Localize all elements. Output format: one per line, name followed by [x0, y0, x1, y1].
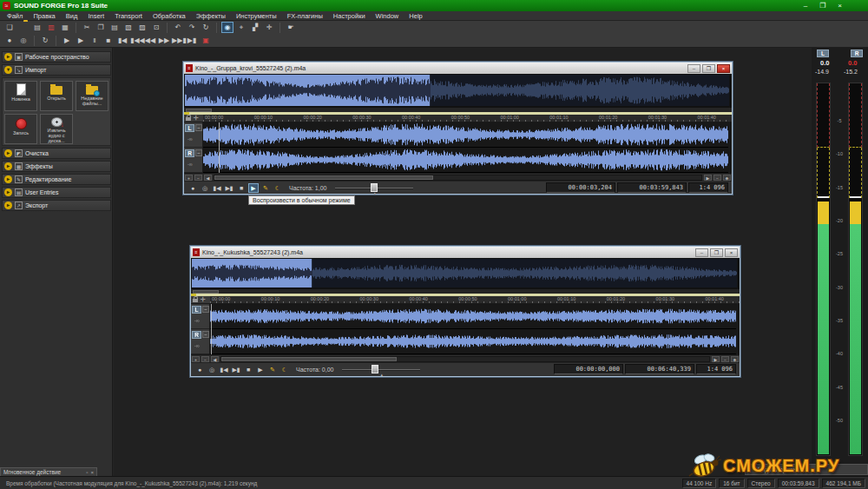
doc-minimize-button[interactable]: –: [695, 248, 708, 257]
menu-view[interactable]: Вид: [61, 11, 83, 21]
monitor-icon[interactable]: ◎: [17, 35, 30, 46]
paste-special-icon[interactable]: ▨: [136, 22, 148, 33]
collapse-channel-button[interactable]: −: [195, 124, 202, 131]
rewind-icon[interactable]: ◀◀: [144, 35, 156, 46]
lock-icon[interactable]: [186, 117, 191, 121]
doc-restore-button[interactable]: ❐: [710, 248, 723, 257]
menu-edit[interactable]: Правка: [28, 11, 60, 21]
cursor-position-readout[interactable]: 00:00:03,204: [546, 182, 615, 193]
left-channel-button[interactable]: L: [185, 124, 194, 132]
sidebar-section-export[interactable]: ▸ ↗ Экспорт: [2, 200, 111, 211]
doc2-right-waveform[interactable]: [210, 329, 736, 354]
previous-marker-icon[interactable]: ▮◀◀: [130, 35, 142, 46]
collapse-channel-button[interactable]: −: [195, 149, 202, 156]
record-icon[interactable]: ●: [3, 35, 16, 46]
go-to-start-icon[interactable]: ▮◀: [219, 365, 229, 374]
doc1-right-waveform[interactable]: [203, 148, 728, 173]
right-channel-button[interactable]: R: [192, 331, 201, 339]
go-to-end-icon[interactable]: ▶▮: [224, 183, 234, 193]
record-icon[interactable]: ●: [194, 365, 205, 374]
scroll-right-button[interactable]: ▶: [712, 356, 720, 362]
sidebar-section-workspace[interactable]: ▸ ▣ Рабочее пространство: [2, 51, 111, 63]
scroll-thumb[interactable]: [221, 357, 397, 361]
loop-playback-icon[interactable]: ↻: [39, 35, 51, 46]
doc1-waveforms[interactable]: [203, 122, 732, 173]
menu-process[interactable]: Обработка: [148, 11, 191, 21]
pause-icon[interactable]: ‖: [89, 35, 101, 46]
doc-close-button[interactable]: ×: [717, 64, 730, 73]
save-all-icon[interactable]: ▦: [59, 22, 71, 33]
menu-help[interactable]: Help: [404, 11, 427, 21]
doc2-left-waveform[interactable]: [210, 304, 736, 329]
play-all-icon[interactable]: ▶: [61, 35, 73, 46]
rate-slider[interactable]: ▴: [342, 365, 420, 374]
loop-icon[interactable]: ◎: [207, 365, 217, 374]
zoom-ratio-readout[interactable]: 1:4 096: [696, 364, 736, 374]
zoom-in-button[interactable]: +: [185, 175, 193, 181]
import-item-record[interactable]: Запись: [4, 114, 37, 144]
doc1-title-bar[interactable]: ≡ Kino_-_Gruppa_krovi_55527245 (2).m4a –…: [184, 63, 732, 74]
doc2-overview-waveform[interactable]: [191, 258, 740, 288]
minimize-button[interactable]: –: [804, 0, 807, 11]
menu-transport[interactable]: Transport: [109, 11, 148, 21]
doc-length-field[interactable]: 00:03:59,843: [778, 479, 819, 488]
undo-icon[interactable]: ↶: [172, 22, 184, 33]
clip-value-right[interactable]: 0.0: [848, 59, 857, 67]
scroll-left-button[interactable]: ◀: [204, 175, 212, 181]
loop-icon[interactable]: ◎: [200, 183, 210, 193]
spectrum-tool-icon[interactable]: ▞: [249, 22, 261, 33]
zoom-ratio-readout[interactable]: 1:4 096: [688, 182, 728, 193]
import-item-open[interactable]: Открыть: [40, 81, 73, 111]
move-icon[interactable]: ✛: [201, 296, 206, 303]
doc-close-button[interactable]: ×: [725, 248, 738, 257]
menu-window[interactable]: Window: [371, 11, 404, 21]
scroll-thumb[interactable]: [214, 175, 433, 180]
menu-effects[interactable]: Эффекты: [191, 11, 231, 21]
zoom-out-button[interactable]: −: [721, 356, 729, 362]
bit-depth-field[interactable]: 16 бит: [719, 479, 744, 488]
scroll-right-button[interactable]: ▶: [704, 175, 712, 181]
slider-thumb[interactable]: [372, 365, 378, 373]
doc1-overview-waveform[interactable]: [184, 74, 732, 107]
right-channel-button[interactable]: R: [185, 149, 194, 157]
save-as-icon[interactable]: ▥: [45, 22, 57, 33]
cursor-position-readout[interactable]: 00:00:00,000: [554, 364, 623, 374]
special-mode-icon[interactable]: ▣: [200, 35, 212, 46]
hand-tool-icon[interactable]: ☛: [285, 22, 297, 33]
save-icon[interactable]: ▤: [31, 22, 43, 33]
free-space-field[interactable]: 462 194,1 МБ: [822, 479, 865, 488]
stop-icon[interactable]: ■: [102, 35, 115, 46]
cut-icon[interactable]: ✂: [81, 22, 93, 33]
scroll-track[interactable]: [220, 356, 710, 362]
doc-minimize-button[interactable]: –: [687, 64, 700, 73]
trim-icon[interactable]: ⊡: [150, 22, 162, 33]
menu-fx-plugins[interactable]: FX-плагины: [282, 11, 328, 21]
zoom-fit-button[interactable]: ◈: [723, 175, 731, 181]
rate-slider[interactable]: ▴: [335, 183, 413, 193]
lock-icon[interactable]: [193, 299, 198, 302]
stop-icon[interactable]: ■: [243, 365, 253, 374]
import-item-extract-cd[interactable]: Извлечь аудио с диска...: [40, 114, 73, 144]
stop-icon[interactable]: ■: [236, 183, 247, 193]
new-file-icon[interactable]: ❏: [3, 22, 16, 33]
zoom-out-button[interactable]: −: [713, 175, 721, 181]
left-channel-button[interactable]: L: [192, 306, 201, 314]
zoom-fit-button[interactable]: ◈: [731, 356, 739, 362]
sidebar-section-effects[interactable]: ▸ ▦ Эффекты: [2, 161, 111, 172]
menu-insert[interactable]: Insert: [82, 11, 109, 21]
scroll-left-button[interactable]: ◀: [211, 356, 219, 362]
doc2-waveforms[interactable]: [210, 304, 740, 354]
forward-icon[interactable]: ▶▶: [158, 35, 170, 46]
clip-value-left[interactable]: 0.0: [820, 59, 829, 67]
doc-restore-button[interactable]: ❐: [702, 64, 715, 73]
sample-rate-field[interactable]: 44 100 Hz: [682, 479, 717, 488]
collapse-channel-button[interactable]: −: [202, 306, 209, 313]
doc1-left-waveform[interactable]: [203, 122, 728, 148]
channel-mode-field[interactable]: Стерео: [747, 479, 775, 488]
close-button[interactable]: ×: [838, 0, 842, 11]
sidebar-section-user-entries[interactable]: ▸ ▤ User Entries: [2, 187, 111, 198]
doc2-time-ruler[interactable]: 00:00:0000:00:1000:00:2000:00:3000:00:40…: [210, 296, 740, 303]
meter-bar-right[interactable]: [848, 83, 863, 456]
paste-icon[interactable]: ▤: [108, 22, 121, 33]
pin-icon[interactable]: ▫: [86, 470, 88, 475]
